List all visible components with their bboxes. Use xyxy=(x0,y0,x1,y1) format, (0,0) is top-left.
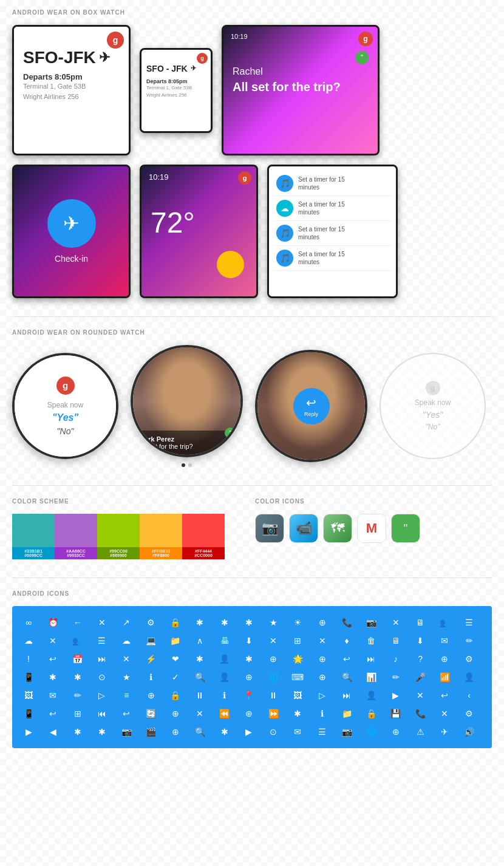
watch-ghost: g Speak now "Yes" "No" xyxy=(380,353,486,459)
flight-route-small: SFO - JFK ✈ xyxy=(146,64,206,73)
android-icon-barchart: 📊 xyxy=(364,670,378,684)
msg-quote-badge: " xyxy=(225,428,236,438)
android-icon-skip2: ⏭ xyxy=(364,652,378,666)
rounded-watch-section: ANDROID WEAR ON ROUNDED WATCH g Speak no… xyxy=(12,329,492,467)
rounded-watch-title: ANDROID WEAR ON ROUNDED WATCH xyxy=(12,329,492,336)
android-icon-lock2: 🔒 xyxy=(168,688,183,703)
android-icon-grid: ⊞ xyxy=(290,633,305,648)
android-icon-plus5: ⊕ xyxy=(315,670,330,684)
swatch-green-primary xyxy=(97,514,140,547)
section-divider-3 xyxy=(12,578,492,578)
android-icon-menu2: ☰ xyxy=(315,725,330,739)
android-icon-trash: 🗑 xyxy=(364,633,378,648)
android-icon-skip3: ⏭ xyxy=(339,688,354,703)
color-icons-title: COLOR ICONS xyxy=(255,498,492,505)
timer-item-3: 🎵 Set a timer for 15minutes xyxy=(274,221,391,246)
android-icon-star2: ★ xyxy=(119,670,134,684)
android-icon-stars: 🌟 xyxy=(290,652,305,666)
android-icons-title: ANDROID ICONS xyxy=(12,590,492,597)
android-icon-pen: ✏ xyxy=(70,688,85,703)
android-icon-search3: 🔍 xyxy=(192,725,207,739)
android-icon-close3: ✕ xyxy=(46,633,60,648)
timer-icon-2: ☁ xyxy=(276,200,293,217)
android-icon-close: ✕ xyxy=(95,615,109,630)
android-icon-undo4: ↩ xyxy=(46,706,60,721)
swatch-orange: #FFBB33 #FF8800 xyxy=(140,514,182,559)
watch-reply-screen: ↩ Reply xyxy=(257,352,365,460)
android-icon-x6: ✕ xyxy=(192,706,207,721)
flight-terminal-small: Terminal 1, Gate 53B xyxy=(146,84,206,92)
android-icon-mail: ✉ xyxy=(437,633,452,648)
icons-grid: ∞ ⏰ ← ✕ ↗ ⚙ 🔒 ✱ ✱ ✱ ★ ☀ ⊕ 📞 📷 ✕ 🖥 👥 ☰ xyxy=(21,615,483,739)
android-icon-folder: 📁 xyxy=(168,633,183,648)
android-icon-asterisk: ✱ xyxy=(192,652,207,666)
quote-badge-message: " xyxy=(355,51,369,64)
watch-flight-small-screen: g SFO - JFK ✈ Departs 8:05pm Terminal 1,… xyxy=(141,50,211,131)
watch-weather-time: 10:19 xyxy=(149,172,169,182)
android-icon-asterisk7: ✱ xyxy=(95,725,109,739)
color-swatches: #33B1B1 #0099CC #AA66CC #9933CC #99CC00 xyxy=(12,514,225,559)
timer-icon-4: 🎵 xyxy=(276,250,293,267)
android-icon-plus10: ⊕ xyxy=(389,725,403,739)
swatch-red: #FF4444 #CC0000 xyxy=(182,514,225,559)
android-icon-phone2: 📱 xyxy=(21,670,36,684)
android-icon-asterisk5: ✱ xyxy=(290,706,305,721)
color-scheme-section: COLOR SCHEME #33B1B1 #0099CC #AA66CC #99… xyxy=(12,498,492,559)
android-icon-person: 👤 xyxy=(217,652,232,666)
android-icon-gear3: ⚙ xyxy=(462,706,477,721)
hangouts-icon: " xyxy=(392,514,420,542)
swatch-red-primary xyxy=(182,514,225,547)
android-icon-pause: ⏸ xyxy=(192,688,207,703)
swatch-purple-primary xyxy=(55,514,97,547)
android-icon-edit2: ✏ xyxy=(389,670,403,684)
reply-icon: ↩ xyxy=(306,395,316,410)
android-icon-info3: ℹ xyxy=(315,706,330,721)
android-icon-plus9: ⊕ xyxy=(168,725,183,739)
android-icon-plus6: ⊕ xyxy=(144,688,158,703)
android-icon-skip: ⏭ xyxy=(95,652,109,666)
dot-2 xyxy=(188,463,192,467)
watch-voice-screen: g Speak now "Yes" "No" xyxy=(15,355,116,457)
swatch-teal-secondary: #33B1B1 #0099CC xyxy=(12,547,55,559)
watch-timer-screen: 🎵 Set a timer for 15minutes ☁ Set a time… xyxy=(269,166,396,296)
message-overlay: " Mark Perez All set for the trip? xyxy=(133,431,240,455)
box-watch-title: ANDROID WEAR ON BOX WATCH xyxy=(12,9,492,16)
box-watch-section: ANDROID WEAR ON BOX WATCH g SFO-JFK ✈ De… xyxy=(12,9,492,298)
android-icon-play2: ▷ xyxy=(315,688,330,703)
dot-1 xyxy=(182,463,185,467)
android-icon-x4: ✕ xyxy=(119,652,134,666)
page-content: ANDROID WEAR ON BOX WATCH g SFO-JFK ✈ De… xyxy=(0,0,504,769)
android-icon-close2: ✕ xyxy=(389,615,403,630)
watch-checkin: ✈ Check-in xyxy=(12,165,131,298)
flight-details-small: Departs 8:05pm Terminal 1, Gate 53B Wrig… xyxy=(146,78,206,99)
watch-flight-large: g SFO-JFK ✈ Departs 8:05pm Terminal 1, G… xyxy=(12,25,131,155)
android-icon-mic: 🎤 xyxy=(413,670,427,684)
android-icon-menu: ☰ xyxy=(462,615,477,630)
color-icon-camera: 📷 xyxy=(255,514,284,543)
timer-text-1: Set a timer for 15minutes xyxy=(298,176,345,191)
android-icon-asterisk4: ✱ xyxy=(70,670,85,684)
android-icon-flash: ⚡ xyxy=(144,652,158,666)
android-icon-bt3: ✱ xyxy=(242,615,256,630)
android-icon-prev: ⏮ xyxy=(95,706,109,721)
timer-icon-1: 🎵 xyxy=(276,175,293,192)
android-icons-section: ANDROID ICONS ∞ ⏰ ← ✕ ↗ ⚙ 🔒 ✱ ✱ ✱ ★ ☀ ⊕ … xyxy=(12,590,492,748)
google-badge-weather: g xyxy=(238,171,251,185)
color-scheme-title: COLOR SCHEME xyxy=(12,498,225,505)
message-sender: Rachel xyxy=(233,66,369,77)
flight-departs-large: Departs 8:05pm xyxy=(23,72,120,81)
reply-overlay: ↩ Reply xyxy=(293,388,330,424)
android-icon-wifi: 📶 xyxy=(437,670,452,684)
android-icon-search2: 🔍 xyxy=(339,670,354,684)
watch-message-screen: 10:19 g " Rachel All set for the trip? xyxy=(223,27,378,154)
android-icon-plus4: ⊕ xyxy=(242,670,256,684)
android-icon-asterisk2: ✱ xyxy=(242,652,256,666)
android-icon-undo3: ↩ xyxy=(437,688,452,703)
android-icon-plus2: ⊕ xyxy=(315,652,330,666)
google-badge-voice: g xyxy=(56,377,75,395)
ghost-no-option: "No" xyxy=(426,423,440,431)
flight-details-large: Departs 8:05pm Terminal 1, Gate 53B Wrig… xyxy=(23,72,120,101)
box-watch-row1: g SFO-JFK ✈ Departs 8:05pm Terminal 1, G… xyxy=(12,25,492,155)
checkin-label: Check-in xyxy=(55,254,88,264)
plane-icon: ✈ xyxy=(99,50,110,66)
